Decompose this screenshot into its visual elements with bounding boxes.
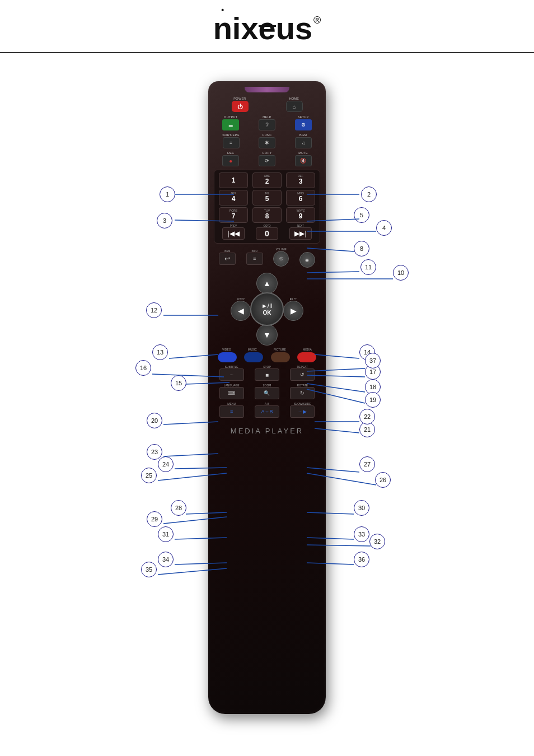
remote-top-decoration	[245, 87, 289, 92]
number-pad: 1 ABC 2 DEF 3 GHI 4 JKL 5	[214, 170, 320, 244]
menu-button[interactable]: MENU ≡	[219, 402, 244, 418]
setup-button[interactable]: SETUP ⚙	[295, 115, 312, 130]
annotation-29: 29	[147, 511, 162, 527]
language-zoom-rotate-row: LANGUAGE ⌨ ZOOM 🔍 ROTATE ↻	[214, 384, 320, 399]
annotation-23: 23	[147, 444, 162, 460]
sort-epg-button[interactable]: SORT/EPG ≡	[222, 133, 240, 148]
subtitle-stop-repeat-row: SUBTITLE ··· STOP ■ REPEAT ↺	[214, 365, 320, 381]
sort-func-bgm-row: SORT/EPG ≡ FUNC ✱ BGM ♫	[213, 133, 321, 148]
key-1[interactable]: 1	[219, 172, 248, 188]
rotate-button[interactable]: ROTATE ↻	[290, 384, 315, 399]
annotation-2: 2	[361, 186, 377, 202]
media-button[interactable]	[297, 352, 316, 362]
annotation-20: 20	[147, 413, 162, 428]
numpad-row-2: GHI 4 JKL 5 MNO 6	[217, 190, 317, 206]
power-button[interactable]: POWER ⏻	[232, 97, 249, 112]
annotation-19: 19	[365, 392, 381, 408]
annotation-25: 25	[141, 468, 157, 483]
rec-button[interactable]: REC ●	[222, 151, 239, 166]
subtitle-button[interactable]: SUBTITLE ···	[219, 365, 244, 381]
prev-zero-next-row: PREV |◀◀ GOTO 0 NEXT ▶▶|	[217, 225, 317, 240]
annotation-24: 24	[158, 456, 174, 472]
annotation-15: 15	[171, 375, 186, 391]
prev-button[interactable]: PREV |◀◀	[222, 225, 245, 240]
key-7[interactable]: PQRS 7	[219, 207, 248, 223]
media-player-label: MEDIA PLAYER	[231, 427, 303, 435]
annotation-27: 27	[359, 456, 375, 472]
annotation-1: 1	[160, 186, 175, 202]
header: n i x e u s ®	[0, 0, 534, 53]
annotation-22: 22	[359, 409, 375, 424]
annotation-13: 13	[152, 344, 168, 360]
annotation-11: 11	[360, 259, 376, 275]
rew-left-button[interactable]: ◀ REW ◀	[231, 297, 251, 321]
play-ok-button[interactable]: ►/II OK	[250, 292, 284, 326]
media-color-row: VIDEO MUSIC PICTURE MEDIA	[214, 348, 320, 362]
volume-knob-2[interactable]: ◉	[299, 246, 315, 268]
picture-button[interactable]	[271, 352, 290, 362]
repeat-button[interactable]: REPEAT ↺	[290, 365, 315, 381]
annotation-16: 16	[135, 360, 151, 376]
annotation-36: 36	[354, 552, 369, 567]
key-2[interactable]: ABC 2	[252, 172, 282, 188]
annotation-5: 5	[354, 207, 369, 223]
copy-button[interactable]: COPY ⟳	[259, 151, 275, 166]
numpad-row-1: 1 ABC 2 DEF 3	[217, 172, 317, 188]
annotation-34: 34	[158, 552, 174, 567]
mute-button[interactable]: MUTE 🔇	[295, 151, 312, 166]
annotation-33: 33	[354, 526, 369, 542]
annotation-31: 31	[158, 526, 174, 542]
volume-knob[interactable]: VOLUME ◎	[273, 248, 289, 267]
key-5[interactable]: JKL 5	[252, 190, 282, 206]
home-button[interactable]: HOME ⌂	[286, 97, 303, 112]
info-button[interactable]: INFO ≡	[246, 250, 263, 265]
bgm-button[interactable]: BGM ♫	[295, 133, 312, 148]
color-buttons-row	[214, 352, 320, 362]
annotation-4: 4	[376, 220, 392, 236]
annotation-35: 35	[141, 562, 157, 577]
annotation-3: 3	[157, 213, 172, 228]
ff-right-button[interactable]: ▶▶ FF ▶	[283, 297, 303, 321]
key-4[interactable]: GHI 4	[219, 190, 248, 206]
media-labels: VIDEO MUSIC PICTURE MEDIA	[214, 348, 320, 351]
navigation-pad: ▲ ▼ ◀ REW ◀ ▶▶ FF ▶ ►/II	[231, 273, 303, 346]
annotation-8: 8	[354, 241, 369, 256]
output-button[interactable]: OUTPUT ▬	[222, 115, 239, 130]
annotation-32: 32	[369, 534, 385, 549]
brand-logo: n i x e u s ®	[0, 10, 534, 46]
annotation-30: 30	[354, 500, 369, 516]
ab-button[interactable]: A-B A↔B	[255, 402, 279, 418]
annotation-37: 37	[365, 353, 381, 368]
back-button[interactable]: Back ↩	[219, 250, 236, 265]
key-9[interactable]: WXYZ 9	[286, 207, 315, 223]
nav-down-button[interactable]: ▼	[256, 324, 278, 346]
annotation-12: 12	[146, 302, 162, 318]
menu-ab-slow-row: MENU ≡ A-B A↔B SLOW/SLIDE ···▶	[214, 402, 320, 418]
power-home-row: POWER ⏻ HOME ⌂	[213, 97, 321, 112]
key-8[interactable]: TUV 8	[252, 207, 282, 223]
annotation-26: 26	[375, 472, 391, 488]
annotation-28: 28	[171, 500, 186, 516]
info-back-vol-row: Back ↩ INFO ≡ VOLUME ◎ ◉	[214, 246, 320, 268]
video-button[interactable]	[218, 352, 237, 362]
goto-zero-button[interactable]: GOTO 0	[256, 225, 278, 240]
func-button[interactable]: FUNC ✱	[259, 133, 275, 148]
remote-control: POWER ⏻ HOME ⌂ OUTPUT ▬ HELP	[208, 81, 326, 714]
key-3[interactable]: DEF 3	[286, 172, 315, 188]
slow-slide-button[interactable]: SLOW/SLIDE ···▶	[290, 402, 315, 418]
stop-button[interactable]: STOP ■	[255, 365, 279, 381]
key-6[interactable]: MNO 6	[286, 190, 315, 206]
music-button[interactable]	[244, 352, 263, 362]
main-content: POWER ⏻ HOME ⌂ OUTPUT ▬ HELP	[0, 64, 534, 748]
next-button[interactable]: NEXT ▶▶|	[289, 225, 312, 240]
nav-up-button[interactable]: ▲	[256, 273, 278, 294]
zoom-button[interactable]: ZOOM 🔍	[255, 384, 279, 399]
rec-copy-mute-row: REC ● COPY ⟳ MUTE 🔇	[213, 151, 321, 166]
help-button[interactable]: HELP ?	[259, 115, 275, 130]
numpad-row-3: PQRS 7 TUV 8 WXYZ 9	[217, 207, 317, 223]
annotation-10: 10	[393, 265, 409, 281]
language-button[interactable]: LANGUAGE ⌨	[219, 384, 244, 399]
output-help-setup-row: OUTPUT ▬ HELP ? SETUP ⚙	[213, 115, 321, 130]
